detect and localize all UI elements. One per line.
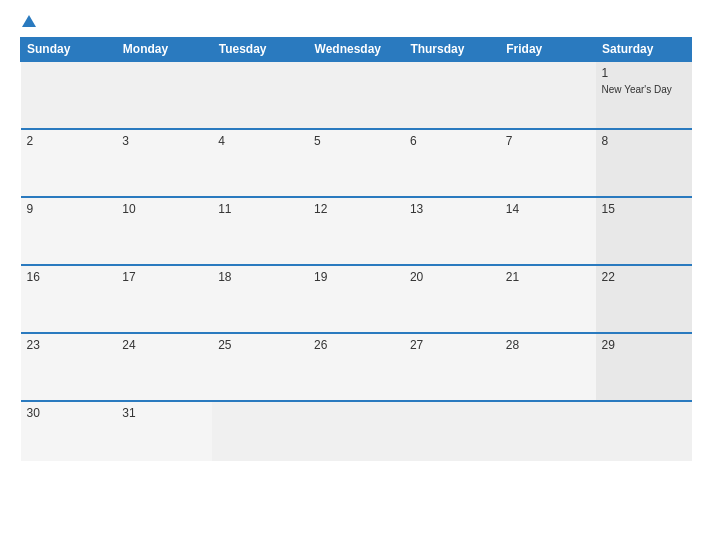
calendar-cell xyxy=(404,61,500,129)
week-row-4: 23242526272829 xyxy=(21,333,692,401)
calendar-cell xyxy=(116,61,212,129)
calendar-event: New Year's Day xyxy=(602,84,672,95)
weekday-header-sunday: Sunday xyxy=(21,38,117,62)
calendar-cell: 20 xyxy=(404,265,500,333)
calendar-cell: 19 xyxy=(308,265,404,333)
calendar-cell: 13 xyxy=(404,197,500,265)
calendar-cell: 16 xyxy=(21,265,117,333)
weekday-header-tuesday: Tuesday xyxy=(212,38,308,62)
day-number: 27 xyxy=(410,338,494,352)
day-number: 10 xyxy=(122,202,206,216)
calendar-cell: 27 xyxy=(404,333,500,401)
day-number: 3 xyxy=(122,134,206,148)
logo xyxy=(20,15,36,27)
week-row-1: 2345678 xyxy=(21,129,692,197)
day-number: 14 xyxy=(506,202,590,216)
day-number: 13 xyxy=(410,202,494,216)
calendar-cell: 12 xyxy=(308,197,404,265)
calendar-cell: 1New Year's Day xyxy=(596,61,692,129)
calendar-cell: 7 xyxy=(500,129,596,197)
day-number: 2 xyxy=(27,134,111,148)
day-number: 7 xyxy=(506,134,590,148)
calendar-cell xyxy=(500,401,596,461)
weekday-header-wednesday: Wednesday xyxy=(308,38,404,62)
day-number: 24 xyxy=(122,338,206,352)
day-number: 12 xyxy=(314,202,398,216)
calendar-cell xyxy=(308,401,404,461)
day-number: 31 xyxy=(122,406,206,420)
weekday-header-friday: Friday xyxy=(500,38,596,62)
day-number: 1 xyxy=(602,66,686,80)
calendar-cell xyxy=(596,401,692,461)
day-number: 28 xyxy=(506,338,590,352)
calendar-cell: 8 xyxy=(596,129,692,197)
day-number: 22 xyxy=(602,270,686,284)
calendar-cell: 4 xyxy=(212,129,308,197)
calendar-cell: 14 xyxy=(500,197,596,265)
calendar-cell: 9 xyxy=(21,197,117,265)
day-number: 23 xyxy=(27,338,111,352)
calendar-cell xyxy=(308,61,404,129)
calendar-cell: 31 xyxy=(116,401,212,461)
day-number: 29 xyxy=(602,338,686,352)
weekday-header-row: SundayMondayTuesdayWednesdayThursdayFrid… xyxy=(21,38,692,62)
calendar-cell: 30 xyxy=(21,401,117,461)
week-row-2: 9101112131415 xyxy=(21,197,692,265)
calendar-cell: 6 xyxy=(404,129,500,197)
week-row-5: 3031 xyxy=(21,401,692,461)
day-number: 19 xyxy=(314,270,398,284)
calendar-cell: 10 xyxy=(116,197,212,265)
calendar-cell xyxy=(212,61,308,129)
calendar-cell: 21 xyxy=(500,265,596,333)
calendar-cell: 29 xyxy=(596,333,692,401)
day-number: 5 xyxy=(314,134,398,148)
day-number: 30 xyxy=(27,406,111,420)
calendar-container: SundayMondayTuesdayWednesdayThursdayFrid… xyxy=(0,0,712,550)
calendar-cell xyxy=(212,401,308,461)
logo-triangle-icon xyxy=(22,15,36,27)
day-number: 15 xyxy=(602,202,686,216)
weekday-header-monday: Monday xyxy=(116,38,212,62)
calendar-cell xyxy=(500,61,596,129)
day-number: 11 xyxy=(218,202,302,216)
calendar-cell xyxy=(21,61,117,129)
calendar-cell: 23 xyxy=(21,333,117,401)
day-number: 18 xyxy=(218,270,302,284)
day-number: 4 xyxy=(218,134,302,148)
calendar-cell xyxy=(404,401,500,461)
calendar-header xyxy=(20,15,692,27)
week-row-3: 16171819202122 xyxy=(21,265,692,333)
calendar-cell: 22 xyxy=(596,265,692,333)
day-number: 21 xyxy=(506,270,590,284)
calendar-cell: 25 xyxy=(212,333,308,401)
weekday-header-thursday: Thursday xyxy=(404,38,500,62)
day-number: 8 xyxy=(602,134,686,148)
calendar-cell: 2 xyxy=(21,129,117,197)
calendar-cell: 26 xyxy=(308,333,404,401)
day-number: 17 xyxy=(122,270,206,284)
day-number: 16 xyxy=(27,270,111,284)
week-row-0: 1New Year's Day xyxy=(21,61,692,129)
day-number: 9 xyxy=(27,202,111,216)
calendar-cell: 11 xyxy=(212,197,308,265)
calendar-cell: 24 xyxy=(116,333,212,401)
calendar-cell: 18 xyxy=(212,265,308,333)
weekday-header-saturday: Saturday xyxy=(596,38,692,62)
day-number: 26 xyxy=(314,338,398,352)
calendar-cell: 3 xyxy=(116,129,212,197)
calendar-cell: 5 xyxy=(308,129,404,197)
calendar-cell: 28 xyxy=(500,333,596,401)
day-number: 6 xyxy=(410,134,494,148)
calendar-cell: 17 xyxy=(116,265,212,333)
day-number: 25 xyxy=(218,338,302,352)
day-number: 20 xyxy=(410,270,494,284)
calendar-cell: 15 xyxy=(596,197,692,265)
calendar-grid: SundayMondayTuesdayWednesdayThursdayFrid… xyxy=(20,37,692,461)
